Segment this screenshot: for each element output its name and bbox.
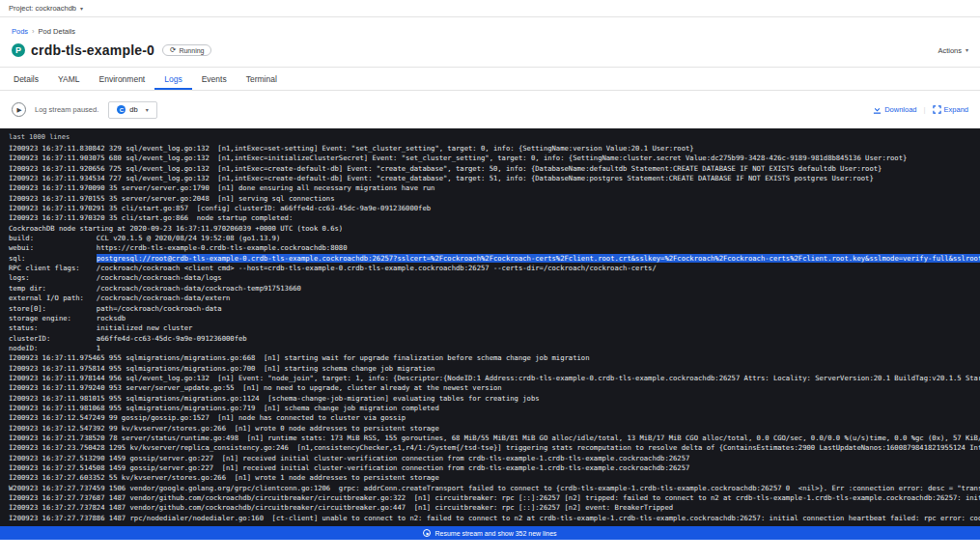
log-line: I200923 16:37:11.979240 953 server/serve… (9, 383, 971, 393)
log-line: I200923 16:37:11.975814 955 sqlmigration… (9, 364, 971, 374)
tab-environment[interactable]: Environment (90, 68, 155, 90)
breadcrumb-separator-icon: › (32, 27, 35, 36)
resume-play-icon: ▶ (423, 529, 431, 537)
log-line: I200923 16:37:11.978144 956 sql/event_lo… (9, 374, 971, 383)
log-line: I200923 16:37:27.603352 55 kv/kvserver/s… (9, 473, 971, 483)
container-selector[interactable]: C db ▾ (108, 101, 156, 119)
log-line: I200923 16:37:11.981015 955 sqlmigration… (9, 394, 971, 404)
project-selector[interactable]: Project: cockroachdb ▾ (0, 0, 980, 17)
tab-events[interactable]: Events (192, 68, 237, 90)
log-line: I200923 16:37:12.547392 99 kv/kvserver/s… (9, 424, 971, 434)
log-line: clusterID: a66ffe4d-cc63-45dc-9a9e-09123… (9, 334, 971, 344)
expand-button[interactable]: Expand (933, 105, 968, 114)
log-line: build: CCL v20.1.5 @ 2020/08/24 19:52:08… (9, 234, 971, 243)
log-line: RPC client flags: /cockroach/cockroach <… (9, 264, 971, 273)
download-icon (873, 105, 882, 114)
log-line: I200923 16:37:11.920656 725 sql/event_lo… (9, 164, 971, 174)
log-line: status: initialized new cluster (9, 323, 971, 333)
tabbar: DetailsYAMLEnvironmentLogsEventsTerminal (0, 67, 980, 91)
tab-details[interactable]: Details (4, 68, 48, 90)
resume-stream-button[interactable]: ▶ Resume stream and show 352 new lines (0, 526, 980, 540)
tab-terminal[interactable]: Terminal (237, 68, 287, 90)
stream-status-text: Log stream paused. (35, 105, 98, 114)
container-selector-value: db (129, 105, 137, 114)
chevron-down-icon: ▾ (80, 6, 83, 12)
breadcrumb-item: Pod Details (39, 27, 75, 36)
log-line: external I/O path: /cockroach/cockroach-… (9, 294, 971, 303)
log-line-selected-text: postgresql://root@crdb-tls-example-0.crd… (97, 254, 980, 263)
log-line: I200923 16:37:11.970155 35 server/server… (9, 194, 971, 204)
play-button[interactable]: ▶ (12, 102, 26, 117)
log-line: I200923 16:37:27.514508 1459 gossip/serv… (9, 463, 971, 473)
log-toolbar: ▶ Log stream paused. C db ▾ Download | E… (0, 91, 980, 128)
log-line: webui: https://crdb-tls-example-0.crdb-t… (9, 243, 971, 253)
chevron-down-icon: ▾ (966, 47, 968, 53)
log-line: sql: postgresql://root@crdb-tls-example-… (9, 254, 971, 264)
log-line: nodeID: 1 (9, 344, 971, 353)
log-line: I200923 16:37:11.970320 35 cli/start.go:… (9, 213, 971, 223)
tab-logs[interactable]: Logs (154, 68, 191, 90)
log-line: I200923 16:37:11.934534 727 sql/event_lo… (9, 174, 971, 183)
breadcrumb: Pods›Pod Details (12, 27, 968, 36)
log-line: store[0]: path=/cockroach/cockroach-data (9, 304, 971, 314)
container-icon: C (117, 105, 126, 114)
expand-icon (933, 105, 941, 114)
log-line: storage engine: rocksdb (9, 314, 971, 323)
log-line: I200923 16:37:11.903075 680 sql/event_lo… (9, 154, 971, 163)
page-header: Pods›Pod Details P crdb-tls-example-0 ⟳ … (0, 27, 980, 58)
play-icon: ▶ (17, 106, 22, 114)
log-line: I200923 16:37:11.830842 329 sql/event_lo… (9, 144, 971, 154)
chevron-down-icon: ▾ (146, 107, 149, 113)
log-lines: I200923 16:37:11.830842 329 sql/event_lo… (0, 143, 980, 523)
log-line: temp dir: /cockroach/cockroach-data/cock… (9, 284, 971, 294)
log-line: I200923 16:37:27.737886 1487 rpc/nodedia… (9, 514, 971, 523)
pod-icon: P (12, 43, 25, 57)
log-line: I200923 16:37:23.750428 1295 kv/kvserver… (9, 443, 971, 453)
resume-stream-label: Resume stream and show 352 new lines (434, 530, 556, 537)
log-line: I200923 16:37:11.975465 955 sqlmigration… (9, 353, 971, 363)
title-row: P crdb-tls-example-0 ⟳ Running Actions ▾ (12, 42, 968, 58)
expand-button-label: Expand (944, 105, 968, 114)
tab-yaml[interactable]: YAML (48, 68, 90, 90)
breadcrumb-item[interactable]: Pods (12, 27, 28, 36)
download-button[interactable]: Download (873, 105, 916, 114)
project-selector-label: Project: cockroachdb (9, 4, 76, 13)
log-line: I200923 16:37:11.981068 955 sqlmigration… (9, 404, 971, 413)
actions-button-label: Actions (938, 46, 962, 55)
toolbar-separator: | (923, 105, 925, 114)
log-line: CockroachDB node starting at 2020-09-23 … (9, 224, 971, 234)
log-lines-count-header: last 1000 lines (0, 128, 980, 143)
download-button-label: Download (884, 105, 916, 114)
status-badge-label: Running (179, 47, 204, 54)
log-panel[interactable]: last 1000 lines I200923 16:37:11.830842 … (0, 128, 980, 540)
status-badge: ⟳ Running (162, 44, 211, 57)
log-line: I200923 16:37:27.513290 1459 gossip/serv… (9, 454, 971, 463)
log-line: I200923 16:37:11.970291 35 cli/start.go:… (9, 204, 971, 213)
log-line: logs: /cockroach/cockroach-data/logs (9, 273, 971, 283)
log-line: I200923 16:37:27.737687 1487 vendor/gith… (9, 493, 971, 503)
log-line: I200923 16:37:11.970090 35 server/server… (9, 183, 971, 193)
log-line: I200923 16:37:21.738520 78 server/status… (9, 434, 971, 443)
log-line: I200923 16:37:12.547249 99 gossip/gossip… (9, 413, 971, 423)
sync-icon: ⟳ (170, 46, 176, 54)
toolbar-right: Download | Expand (873, 105, 968, 114)
log-line: I200923 16:37:27.737824 1487 vendor/gith… (9, 503, 971, 513)
log-line: W200923 16:37:27.737459 1506 vendor/goog… (9, 484, 971, 493)
actions-button[interactable]: Actions ▾ (938, 46, 968, 55)
page-title: crdb-tls-example-0 (31, 42, 154, 58)
